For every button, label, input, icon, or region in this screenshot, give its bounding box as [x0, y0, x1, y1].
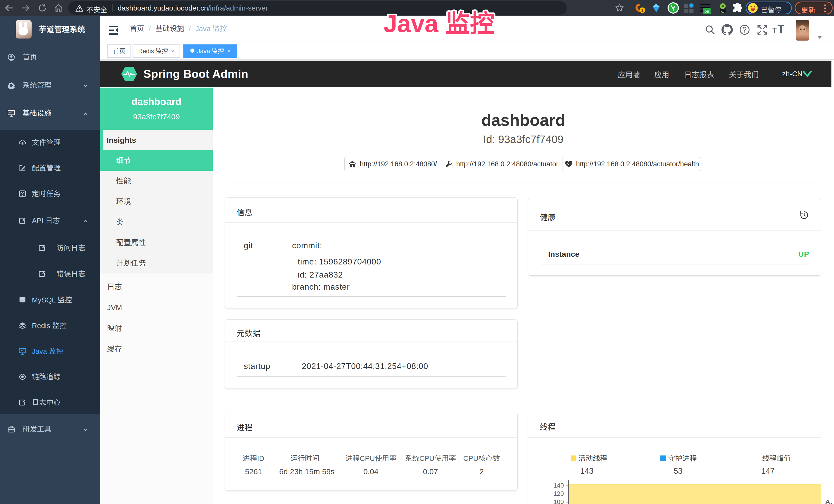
svg-text:on: on [705, 9, 709, 13]
svg-text:1: 1 [641, 8, 643, 13]
